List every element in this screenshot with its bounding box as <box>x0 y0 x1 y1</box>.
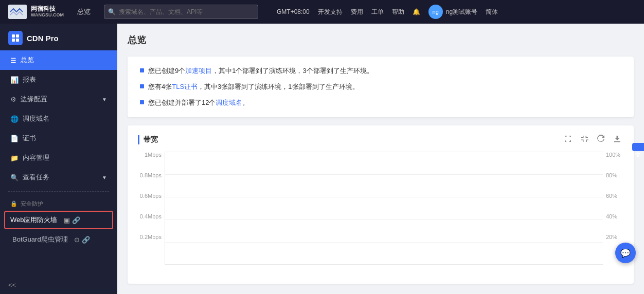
brand-name-en: WANGSU.COM <box>31 13 64 18</box>
sidebar-product-header: CDN Pro <box>0 24 117 50</box>
sidebar-collapse-button[interactable]: << <box>0 276 117 294</box>
svg-rect-1 <box>12 34 15 38</box>
content-icon: 📁 <box>10 154 19 162</box>
sidebar-item-waf[interactable]: Web应用防火墙 ▣ 🔗 <box>4 211 113 229</box>
waf-grid-icon[interactable]: ▣ <box>64 216 70 224</box>
y-right-label-2: 60% <box>606 193 623 199</box>
help-link[interactable]: 帮助 <box>392 8 404 16</box>
sidebar-item-dispatch[interactable]: 🌐 调度域名 <box>0 109 117 128</box>
logo-icon <box>8 5 27 19</box>
info-dot-2 <box>140 100 144 104</box>
sidebar-item-content[interactable]: 📁 内容管理 <box>0 148 117 168</box>
security-section-label: 🔒 安全防护 <box>0 196 117 210</box>
download-chart-button[interactable] <box>611 134 623 145</box>
product-label: CDN Pro <box>27 34 59 43</box>
product-icon <box>8 31 23 45</box>
info-dot-0 <box>140 68 144 72</box>
sidebar-item-overview[interactable]: ☰ 总览 <box>0 50 117 70</box>
top-nav-right: GMT+08:00 开发支持 费用 工单 帮助 🔔 ng ng测试账号 简体 <box>277 5 498 19</box>
chart-header: 带宽 <box>138 134 623 145</box>
chart-toolbar <box>562 134 623 145</box>
sidebar-dispatch-label: 调度域名 <box>23 114 49 123</box>
dispatch-domain-link[interactable]: 调度域名 <box>216 99 242 106</box>
gridline-3 <box>165 219 603 220</box>
waf-link-icon[interactable]: 🔗 <box>72 216 80 224</box>
side-label-button[interactable]: 中文 <box>632 143 644 151</box>
svg-rect-3 <box>12 39 15 42</box>
sidebar-item-report[interactable]: 📊 报表 <box>0 70 117 89</box>
minimize-chart-button[interactable] <box>578 134 591 145</box>
top-navigation: 网宿科技 WANGSU.COM 总览 🔍 GMT+08:00 开发支持 费用 工… <box>0 0 644 24</box>
sidebar-item-cert[interactable]: 📄 证书 <box>0 128 117 148</box>
y-right-label-4: 20% <box>606 234 623 240</box>
edge-config-icon: ⚙ <box>10 96 16 103</box>
accel-projects-link[interactable]: 加速项目 <box>185 67 212 75</box>
svg-rect-4 <box>16 39 19 42</box>
overview-icon: ☰ <box>10 57 16 64</box>
tickets-link[interactable]: 工单 <box>371 8 384 16</box>
sidebar: CDN Pro ☰ 总览 📊 报表 ⚙ 边缘配置 ▼ 🌐 调度域名 📄 证书 📁… <box>0 24 117 294</box>
user-avatar-area[interactable]: ng ng测试账号 <box>428 5 477 19</box>
sidebar-item-edge-config[interactable]: ⚙ 边缘配置 ▼ <box>0 89 117 109</box>
collapse-icon: << <box>8 281 16 289</box>
notification-icon[interactable]: 🔔 <box>413 8 420 15</box>
cert-icon: 📄 <box>10 135 19 142</box>
avatar: ng <box>428 5 443 19</box>
info-card: 您已创建9个加速项目，其中1个部署到了演练环境，3个部署到了生产环境。 您有4张… <box>128 57 634 117</box>
chart-area: 1Mbps 0.8Mbps 0.6Mbps 0.4Mbps 0.2Mbps 10… <box>138 152 623 265</box>
sidebar-content-label: 内容管理 <box>23 153 49 162</box>
info-item-0: 您已创建9个加速项目，其中1个部署到了演练环境，3个部署到了生产环境。 <box>140 66 621 77</box>
info-dot-1 <box>140 84 144 88</box>
y-right-label-0: 100% <box>606 152 623 158</box>
chart-plot <box>165 152 603 265</box>
botguard-link-icon[interactable]: 🔗 <box>82 236 90 244</box>
expand-chart-button[interactable] <box>562 134 574 145</box>
timezone-label: GMT+08:00 <box>277 8 310 15</box>
sidebar-divider <box>8 191 109 192</box>
y-label-2: 0.6Mbps <box>138 193 162 199</box>
sidebar-item-tasks[interactable]: 🔍 查看任务 ▼ <box>0 168 117 187</box>
sidebar-tasks-label: 查看任务 <box>23 173 49 182</box>
page-title: 总览 <box>128 34 634 46</box>
chart-card: 带宽 1Mbps <box>128 125 634 284</box>
tasks-icon: 🔍 <box>10 174 19 181</box>
y-label-1: 0.8Mbps <box>138 172 162 178</box>
y-label-4: 0.2Mbps <box>138 234 162 240</box>
main-content: 总览 您已创建9个加速项目，其中1个部署到了演练环境，3个部署到了生产环境。 您… <box>117 24 644 294</box>
tasks-arrow-icon: ▼ <box>102 175 107 180</box>
edge-config-arrow-icon: ▼ <box>102 97 107 102</box>
refresh-chart-button[interactable] <box>595 134 607 145</box>
sidebar-item-botguard[interactable]: BotGuard爬虫管理 ⊙ 🔗 <box>0 230 117 249</box>
waf-item-container: Web应用防火墙 ▣ 🔗 进入WAF控制台 <box>0 210 117 230</box>
info-text-2: 您已创建并部署了12个调度域名。 <box>148 98 249 108</box>
gridline-2 <box>165 197 603 197</box>
logo-area[interactable]: 网宿科技 WANGSU.COM <box>8 5 64 19</box>
chart-y-axis-left: 1Mbps 0.8Mbps 0.6Mbps 0.4Mbps 0.2Mbps <box>138 152 165 265</box>
info-text-1: 您有4张TLS证书，其中3张部署到了演练环境，1张部署到了生产环境。 <box>148 82 359 93</box>
search-input[interactable] <box>104 5 258 19</box>
chat-float-button[interactable]: 💬 <box>615 243 636 263</box>
sidebar-edge-config-label: 边缘配置 <box>21 95 47 104</box>
sidebar-cert-label: 证书 <box>23 134 36 143</box>
main-layout: CDN Pro ☰ 总览 📊 报表 ⚙ 边缘配置 ▼ 🌐 调度域名 📄 证书 📁… <box>0 24 644 294</box>
billing-link[interactable]: 费用 <box>351 8 363 16</box>
language-switch[interactable]: 简体 <box>486 8 498 16</box>
report-icon: 📊 <box>10 76 19 84</box>
chart-title: 带宽 <box>138 135 158 144</box>
y-right-label-1: 80% <box>606 172 623 178</box>
tls-cert-link[interactable]: TLS证书 <box>172 83 198 90</box>
waf-icons: ▣ 🔗 <box>64 216 80 224</box>
sidebar-report-label: 报表 <box>23 75 36 84</box>
botguard-monitor-icon[interactable]: ⊙ <box>74 236 80 244</box>
gridline-0 <box>165 152 603 152</box>
info-text-0: 您已创建9个加速项目，其中1个部署到了演练环境，3个部署到了生产环境。 <box>148 66 373 77</box>
search-wrapper: 🔍 <box>104 5 258 19</box>
y-label-3: 0.4Mbps <box>138 213 162 219</box>
dev-support-link[interactable]: 开发支持 <box>318 8 343 16</box>
nav-overview[interactable]: 总览 <box>74 5 94 19</box>
info-item-2: 您已创建并部署了12个调度域名。 <box>140 98 621 108</box>
dispatch-icon: 🌐 <box>10 115 19 123</box>
y-label-0: 1Mbps <box>138 152 162 158</box>
username-label: ng测试账号 <box>446 8 477 16</box>
botguard-icons: ⊙ 🔗 <box>74 236 90 244</box>
